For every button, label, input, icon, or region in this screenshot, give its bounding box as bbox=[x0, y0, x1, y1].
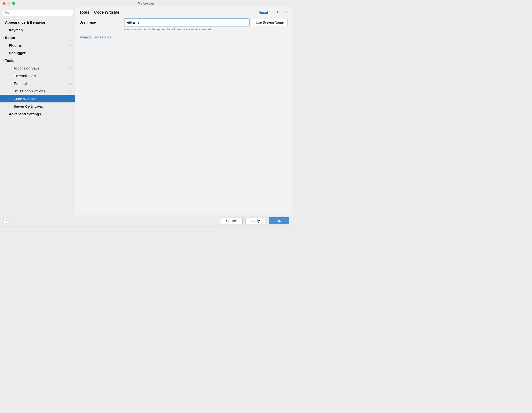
content-area: Appearance & BehaviorKeymapEditorPlugins… bbox=[0, 7, 292, 215]
sidebar-item-tools[interactable]: Tools bbox=[0, 57, 75, 64]
main-panel: Tools › Code With Me Reset bbox=[75, 7, 292, 215]
sidebar-item-terminal[interactable]: Terminal bbox=[0, 79, 75, 87]
cancel-button[interactable]: Cancel bbox=[220, 217, 243, 224]
back-icon[interactable] bbox=[276, 10, 281, 15]
settings-tree: Appearance & BehaviorKeymapEditorPlugins… bbox=[0, 18, 75, 215]
reset-button[interactable]: Reset bbox=[258, 10, 268, 15]
svg-point-0 bbox=[4, 11, 6, 13]
sidebar-item-label: External Tools bbox=[14, 74, 72, 78]
breadcrumb-parent: Tools bbox=[79, 10, 89, 15]
username-hint: New user name will be applied for all ne… bbox=[124, 28, 211, 31]
ok-button[interactable]: OK bbox=[269, 217, 289, 224]
main-header: Tools › Code With Me Reset bbox=[75, 7, 292, 17]
sidebar-item-actions-on-save[interactable]: Actions on Save bbox=[0, 64, 75, 72]
sidebar-item-code-with-me[interactable]: Code With Me bbox=[0, 95, 75, 102]
traffic-lights bbox=[3, 2, 15, 5]
nav-arrows bbox=[276, 10, 288, 15]
sidebar-item-debugger[interactable]: Debugger bbox=[0, 49, 75, 57]
sidebar-item-label: Server Certificates bbox=[14, 104, 72, 108]
sidebar-item-keymap[interactable]: Keymap bbox=[0, 26, 75, 34]
dropdown-caret-icon bbox=[7, 11, 10, 15]
form-area: User name: Use System Name New user name… bbox=[75, 17, 292, 40]
username-label: User name: bbox=[79, 20, 124, 24]
sidebar-item-label: SSH Configurations bbox=[14, 89, 69, 93]
window-minimize-button bbox=[7, 2, 10, 5]
sidebar-item-label: Debugger bbox=[9, 51, 72, 55]
help-icon: ? bbox=[5, 219, 7, 223]
sidebar-item-label: Advanced Settings bbox=[9, 112, 72, 116]
sidebar-item-advanced-settings[interactable]: Advanced Settings bbox=[0, 110, 75, 118]
chevron-right-icon bbox=[1, 37, 5, 39]
sidebar-item-label: Actions on Save bbox=[14, 66, 69, 70]
apply-button[interactable]: Apply bbox=[246, 217, 266, 224]
sidebar-item-external-tools[interactable]: External Tools bbox=[0, 72, 75, 79]
window-close-button[interactable] bbox=[3, 2, 6, 5]
bottombar: ? Cancel Apply OK bbox=[0, 215, 292, 226]
username-input[interactable] bbox=[124, 19, 249, 26]
breadcrumb-child: Code With Me bbox=[94, 10, 120, 15]
sidebar-item-label: Code With Me bbox=[14, 97, 72, 101]
sidebar-item-server-certificates[interactable]: Server Certificates bbox=[0, 102, 75, 110]
titlebar: Preferences bbox=[0, 0, 292, 7]
sidebar: Appearance & BehaviorKeymapEditorPlugins… bbox=[0, 7, 75, 215]
sidebar-item-label: Keymap bbox=[9, 28, 72, 32]
manage-colors-link[interactable]: Manage user's colors bbox=[79, 35, 111, 39]
window-zoom-button[interactable] bbox=[12, 2, 15, 5]
breadcrumb-separator-icon: › bbox=[91, 11, 92, 14]
search-input[interactable] bbox=[10, 10, 73, 16]
username-hint-row: New user name will be applied for all ne… bbox=[79, 28, 288, 31]
sidebar-item-editor[interactable]: Editor bbox=[0, 34, 75, 41]
sidebar-item-label: Plugins bbox=[9, 43, 69, 47]
project-level-badge-icon bbox=[69, 82, 72, 85]
search-field[interactable] bbox=[2, 10, 73, 16]
project-level-badge-icon bbox=[69, 90, 72, 92]
forward-icon bbox=[283, 10, 288, 15]
username-row: User name: Use System Name bbox=[79, 19, 288, 26]
sidebar-item-label: Editor bbox=[5, 36, 72, 40]
chevron-right-icon bbox=[1, 21, 5, 23]
sidebar-item-label: Tools bbox=[5, 59, 72, 63]
chevron-down-icon bbox=[1, 59, 5, 61]
sidebar-item-label: Appearance & Behavior bbox=[5, 20, 72, 24]
project-level-badge-icon bbox=[69, 44, 72, 46]
project-level-badge-icon bbox=[69, 67, 72, 69]
sidebar-item-appearance-behavior[interactable]: Appearance & Behavior bbox=[0, 18, 75, 26]
sidebar-item-label: Terminal bbox=[14, 81, 69, 86]
window-title: Preferences bbox=[138, 2, 154, 5]
use-system-name-button[interactable]: Use System Name bbox=[252, 19, 288, 26]
sidebar-item-plugins[interactable]: Plugins bbox=[0, 41, 75, 49]
help-button[interactable]: ? bbox=[3, 218, 9, 224]
sidebar-item-ssh-configurations[interactable]: SSH Configurations bbox=[0, 87, 75, 95]
breadcrumb: Tools › Code With Me bbox=[79, 10, 119, 15]
